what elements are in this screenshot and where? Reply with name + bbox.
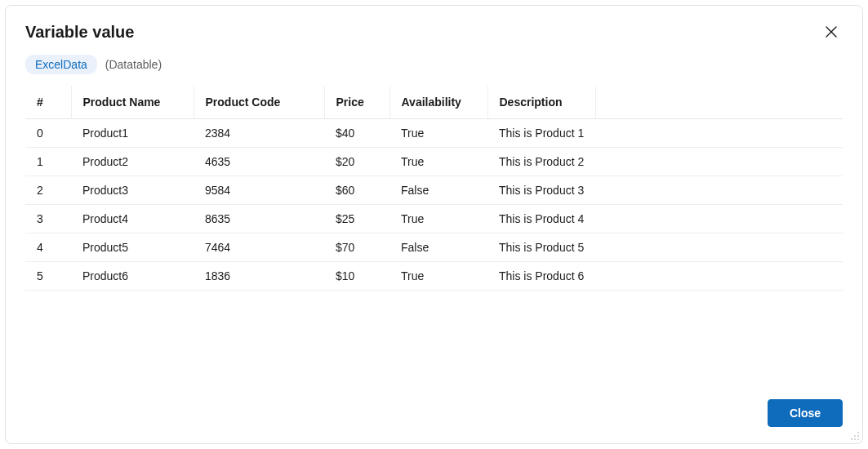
cell-availability: False <box>389 176 487 205</box>
cell-index: 1 <box>25 148 71 176</box>
cell-name: Product6 <box>71 262 194 291</box>
variable-info-row: ExcelData (Datatable) <box>25 55 843 74</box>
svg-point-2 <box>857 432 859 433</box>
cell-code: 1836 <box>194 262 324 291</box>
cell-price: $40 <box>324 119 389 148</box>
cell-description: This is Product 2 <box>487 148 595 176</box>
svg-point-6 <box>854 438 856 440</box>
table-row[interactable]: 1Product24635$20TrueThis is Product 2 <box>25 148 843 176</box>
table-row[interactable]: 5Product61836$10TrueThis is Product 6 <box>25 262 843 291</box>
cell-availability: True <box>389 148 487 176</box>
cell-name: Product4 <box>71 205 194 233</box>
cell-code: 2384 <box>194 119 324 148</box>
close-icon[interactable] <box>820 20 843 43</box>
cell-description: This is Product 4 <box>487 205 595 233</box>
cell-index: 3 <box>25 205 71 233</box>
cell-price: $70 <box>324 233 389 262</box>
col-header-description[interactable]: Description <box>487 86 595 119</box>
resize-grip-icon[interactable] <box>848 429 860 441</box>
cell-price: $25 <box>324 205 389 233</box>
data-table: # Product Name Product Code Price Availa… <box>25 86 843 291</box>
cell-price: $60 <box>324 176 389 205</box>
dialog-title: Variable value <box>25 23 134 42</box>
cell-description: This is Product 5 <box>487 233 595 262</box>
table-header-row: # Product Name Product Code Price Availa… <box>25 86 843 119</box>
cell-name: Product5 <box>71 233 194 262</box>
dialog-header: Variable value <box>25 20 843 43</box>
cell-description: This is Product 1 <box>487 119 595 148</box>
col-header-name[interactable]: Product Name <box>71 86 194 119</box>
cell-availability: True <box>389 262 487 291</box>
cell-index: 0 <box>25 119 71 148</box>
table-row[interactable]: 0Product12384$40TrueThis is Product 1 <box>25 119 843 148</box>
cell-index: 5 <box>25 262 71 291</box>
cell-name: Product3 <box>71 176 194 205</box>
cell-name: Product1 <box>71 119 194 148</box>
variable-name-chip[interactable]: ExcelData <box>25 55 97 74</box>
cell-price: $10 <box>324 262 389 291</box>
cell-code: 8635 <box>194 205 324 233</box>
variable-value-dialog: Variable value ExcelData (Datatable) # P… <box>5 5 863 444</box>
close-button[interactable]: Close <box>768 399 843 427</box>
cell-name: Product2 <box>71 148 194 176</box>
table-row[interactable]: 3Product48635$25TrueThis is Product 4 <box>25 205 843 233</box>
cell-spacer <box>595 176 843 205</box>
table-row[interactable]: 4Product57464$70FalseThis is Product 5 <box>25 233 843 262</box>
cell-availability: True <box>389 205 487 233</box>
cell-code: 7464 <box>194 233 324 262</box>
variable-type-label: (Datatable) <box>105 58 162 71</box>
cell-spacer <box>595 205 843 233</box>
cell-description: This is Product 3 <box>487 176 595 205</box>
data-table-wrap: # Product Name Product Code Price Availa… <box>25 86 843 389</box>
svg-point-3 <box>854 435 856 437</box>
cell-spacer <box>595 262 843 291</box>
col-header-index[interactable]: # <box>25 86 71 119</box>
table-row[interactable]: 2Product39584$60FalseThis is Product 3 <box>25 176 843 205</box>
cell-spacer <box>595 148 843 176</box>
cell-availability: True <box>389 119 487 148</box>
dialog-footer: Close <box>25 389 843 427</box>
cell-description: This is Product 6 <box>487 262 595 291</box>
cell-index: 2 <box>25 176 71 205</box>
col-header-availability[interactable]: Availability <box>389 86 487 119</box>
cell-availability: False <box>389 233 487 262</box>
svg-point-7 <box>857 438 859 440</box>
col-header-code[interactable]: Product Code <box>194 86 324 119</box>
cell-spacer <box>595 233 843 262</box>
cell-code: 4635 <box>194 148 324 176</box>
cell-spacer <box>595 119 843 148</box>
cell-code: 9584 <box>194 176 324 205</box>
svg-point-5 <box>851 438 852 440</box>
cell-index: 4 <box>25 233 71 262</box>
col-header-spacer <box>595 86 843 119</box>
cell-price: $20 <box>324 148 389 176</box>
col-header-price[interactable]: Price <box>324 86 389 119</box>
svg-point-4 <box>857 435 859 437</box>
